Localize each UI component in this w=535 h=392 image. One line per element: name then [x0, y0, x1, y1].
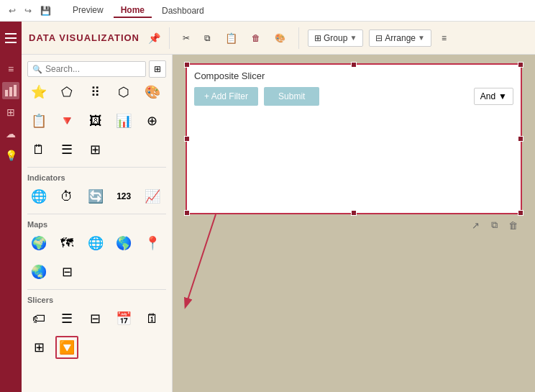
tab-home[interactable]: Home [114, 4, 152, 18]
globe-icon[interactable]: 🌏 [27, 260, 50, 283]
undo-icon[interactable]: ↩ [6, 4, 19, 17]
world-map-icon[interactable]: 🌍 [27, 232, 50, 255]
scatter-icon[interactable]: ⠿ [84, 81, 107, 104]
gauge-icon[interactable]: 🌐 [27, 185, 50, 208]
bubble-map-icon[interactable]: 🗺 [55, 232, 78, 255]
and-button[interactable]: And ▼ [474, 88, 513, 105]
widget-controls: + Add Filter Submit And ▼ [187, 84, 521, 109]
slicers-divider [27, 289, 166, 290]
handle-middle-left[interactable] [184, 136, 190, 142]
grid-view-button[interactable]: ⊞ [149, 60, 166, 78]
sidebar-icon-charts[interactable] [2, 82, 19, 99]
composite-slicer-icon[interactable]: 🔽 [55, 336, 78, 359]
sidebar-icons: ≡ ⊞ ☁ 💡 [0, 55, 22, 392]
cut-button[interactable]: ✂ [178, 30, 194, 46]
pie-map-icon[interactable]: 🌐 [84, 232, 107, 255]
search-input[interactable] [45, 64, 141, 74]
delete-button[interactable]: 🗑 [247, 30, 265, 46]
pin-icon[interactable]: 📌 [148, 32, 160, 44]
sidebar-icon-cloud[interactable]: ☁ [2, 125, 19, 142]
bar-chart-icon[interactable]: 📊 [112, 109, 135, 132]
delete-action-icon[interactable]: 🗑 [505, 217, 521, 233]
sidebar-icon-menu[interactable]: ≡ [2, 60, 19, 78]
circular-gauge-icon[interactable]: 🔄 [84, 185, 107, 208]
slicers-label: Slicers [27, 296, 166, 304]
copy-action-icon[interactable]: ⧉ [486, 217, 502, 233]
speedometer-icon[interactable]: ⏱ [55, 185, 78, 208]
save-icon[interactable]: 💾 [37, 4, 54, 17]
range-slicer-icon[interactable]: ⊟ [84, 307, 107, 330]
group-dropdown-icon: ▼ [349, 34, 357, 42]
indicators-grid: 🌐 ⏱ 🔄 123 📈 [27, 185, 166, 208]
hamburger-button[interactable] [0, 22, 22, 55]
calendar-slicer-icon[interactable]: 🗓 [141, 307, 164, 330]
search-icon: 🔍 [32, 65, 42, 74]
table-slicer-icon[interactable]: ⊞ [27, 336, 50, 359]
indicators-label: Indicators [27, 173, 166, 182]
palette-icon[interactable]: 🎨 [141, 81, 164, 104]
and-dropdown-icon: ▼ [498, 91, 507, 101]
tab-preview[interactable]: Preview [65, 4, 111, 18]
copy-icon: ⧉ [204, 33, 211, 43]
basic-charts-grid: ⭐ ⬠ ⠿ ⬡ 🎨 [27, 81, 166, 104]
tag-slicer-icon[interactable]: 🏷 [27, 307, 50, 330]
slicers-grid-2: ⊞ 🔽 [27, 336, 166, 359]
slicers-grid: 🏷 ☰ ⊟ 📅 🗓 [27, 307, 166, 330]
date-slicer-icon[interactable]: 📅 [112, 307, 135, 330]
panel: 🔍 ⊞ ⭐ ⬠ ⠿ ⬡ 🎨 📋 🔻 🖼 📊 ⊕ [22, 55, 173, 392]
maps-label: Maps [27, 220, 166, 229]
image-icon[interactable]: 🖼 [84, 109, 107, 132]
arrange-button[interactable]: ⊟ Arrange ▼ [369, 29, 431, 47]
horizontal-list-slicer-icon[interactable]: ☰ [55, 307, 78, 330]
indicators-divider [27, 167, 166, 168]
tab-dashboard[interactable]: Dashboard [155, 4, 211, 17]
add-filter-button[interactable]: + Add Filter [194, 87, 258, 106]
top-bar: ↩ ↪ 💾 Preview Home Dashboard [0, 0, 535, 22]
ribbon-separator [169, 27, 170, 49]
sidebar-icon-bulb[interactable]: 💡 [2, 147, 19, 164]
search-box[interactable]: 🔍 [27, 61, 146, 77]
ribbon-title: DATA VISUALIZATION [29, 32, 140, 43]
redo-icon[interactable]: ↪ [22, 4, 35, 17]
arrange-icon: ⊟ [375, 33, 383, 43]
numeric-icon[interactable]: 123 [112, 185, 135, 208]
pivot-icon[interactable]: ⊕ [141, 109, 164, 132]
widget-title: Composite Slicer [187, 65, 521, 84]
list-icon[interactable]: ☰ [55, 138, 78, 161]
handle-bottom-middle[interactable] [351, 210, 357, 216]
sidebar-icon-grid[interactable]: ⊞ [2, 104, 19, 121]
handle-top-left[interactable] [184, 62, 190, 68]
star-icon[interactable]: ⭐ [27, 81, 50, 104]
paste-button[interactable]: 📋 [221, 29, 242, 47]
handle-middle-right[interactable] [518, 136, 523, 142]
table-icon[interactable]: 📋 [27, 109, 50, 132]
delete-icon: 🗑 [252, 33, 260, 43]
submit-button[interactable]: Submit [264, 87, 319, 106]
route-map-icon[interactable]: 📍 [141, 232, 164, 255]
filter-icon[interactable]: 🔻 [55, 109, 78, 132]
treemap-icon[interactable]: ⊟ [55, 260, 78, 283]
svg-rect-0 [5, 90, 8, 96]
kpi-icon[interactable]: 📈 [141, 185, 164, 208]
pentagon-icon[interactable]: ⬠ [55, 81, 78, 104]
handle-top-middle[interactable] [351, 62, 357, 68]
composite-slicer-widget[interactable]: Composite Slicer + Add Filter Submit And… [186, 63, 522, 214]
handle-bottom-right[interactable] [518, 210, 523, 216]
align-button[interactable]: ≡ [437, 30, 451, 46]
handle-top-right[interactable] [518, 62, 523, 68]
handle-bottom-left[interactable] [184, 210, 190, 216]
form-icon[interactable]: 🗒 [27, 138, 50, 161]
cut-icon: ✂ [183, 33, 190, 43]
copy-button[interactable]: ⧉ [200, 30, 215, 46]
canvas-area[interactable]: Composite Slicer + Add Filter Submit And… [173, 55, 535, 392]
share-action-icon[interactable]: ↗ [467, 217, 483, 233]
format-painter-button[interactable]: 🎨 [270, 30, 290, 46]
group-button[interactable]: ⊞ Group ▼ [308, 29, 363, 47]
funnel-icon[interactable]: ⬡ [112, 81, 135, 104]
choropleth-icon[interactable]: 🌎 [112, 232, 135, 255]
align-icon: ≡ [442, 33, 447, 43]
svg-rect-1 [9, 87, 12, 96]
main-layout: ≡ ⊞ ☁ 💡 🔍 ⊞ ⭐ ⬠ ⠿ ⬡ [0, 55, 535, 392]
matrix-icon[interactable]: ⊞ [84, 138, 107, 161]
maps-grid: 🌍 🗺 🌐 🌎 📍 [27, 232, 166, 255]
